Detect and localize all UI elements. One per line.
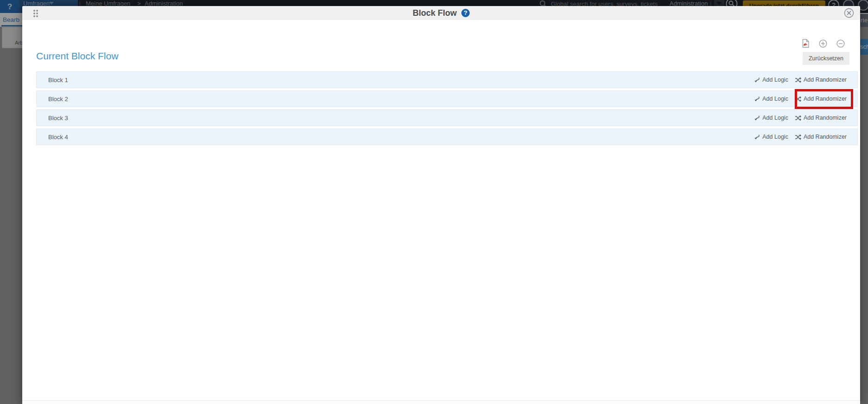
add-randomizer-link[interactable]: Add Randomizer bbox=[795, 134, 847, 140]
add-logic-link[interactable]: Add Logic bbox=[754, 77, 788, 83]
block-list: Block 1 Add Logic Add Randomizer Block 2 bbox=[36, 71, 858, 147]
block-label: Block 1 bbox=[37, 77, 68, 83]
logic-branch-icon bbox=[754, 134, 760, 140]
block-row-1: Block 1 Add Logic Add Randomizer bbox=[36, 71, 858, 88]
modal-title-wrap: Block Flow? bbox=[22, 6, 860, 20]
modal-header: Block Flow? bbox=[22, 6, 860, 20]
shuffle-icon bbox=[795, 134, 801, 140]
block-row-2: Block 2 Add Logic Add Randomizer bbox=[36, 90, 858, 107]
close-icon[interactable] bbox=[844, 8, 854, 18]
block-label: Block 3 bbox=[37, 115, 68, 122]
zoom-in-icon[interactable] bbox=[819, 39, 827, 50]
add-logic-link[interactable]: Add Logic bbox=[754, 115, 788, 121]
add-randomizer-link[interactable]: Add Randomizer bbox=[795, 77, 847, 83]
shuffle-icon bbox=[795, 96, 801, 102]
modal-title: Block Flow bbox=[413, 6, 457, 20]
add-randomizer-link[interactable]: Add Randomizer bbox=[795, 115, 847, 121]
row-actions: Add Logic Add Randomizer bbox=[754, 96, 857, 102]
block-row-4: Block 4 Add Logic Add Randomizer bbox=[36, 128, 858, 145]
row-actions: Add Logic Add Randomizer bbox=[754, 77, 857, 83]
modal-footer bbox=[22, 401, 860, 404]
block-flow-modal: Block Flow? Zurücksetzen Current B bbox=[22, 6, 860, 404]
shuffle-icon bbox=[795, 115, 801, 121]
reset-button[interactable]: Zurücksetzen bbox=[803, 52, 849, 65]
row-actions: Add Logic Add Randomizer bbox=[754, 115, 857, 121]
logic-branch-icon bbox=[754, 115, 760, 121]
help-icon[interactable]: ? bbox=[461, 9, 470, 17]
shuffle-icon bbox=[795, 77, 801, 83]
block-label: Block 2 bbox=[37, 96, 68, 103]
row-actions: Add Logic Add Randomizer bbox=[754, 134, 857, 140]
page-title: Current Block Flow bbox=[36, 51, 118, 62]
add-randomizer-link[interactable]: Add Randomizer bbox=[795, 96, 847, 102]
block-row-3: Block 3 Add Logic Add Randomizer bbox=[36, 109, 858, 126]
export-pdf-icon[interactable] bbox=[802, 39, 810, 50]
add-logic-link[interactable]: Add Logic bbox=[754, 134, 788, 140]
logic-branch-icon bbox=[754, 96, 760, 102]
add-logic-link[interactable]: Add Logic bbox=[754, 96, 788, 102]
modal-toolbar bbox=[802, 39, 845, 50]
logic-branch-icon bbox=[754, 77, 760, 83]
screen: ? Umfragen | Meine Umfragen > Administra… bbox=[0, 0, 868, 404]
zoom-out-icon[interactable] bbox=[836, 39, 845, 50]
block-label: Block 4 bbox=[37, 134, 68, 141]
